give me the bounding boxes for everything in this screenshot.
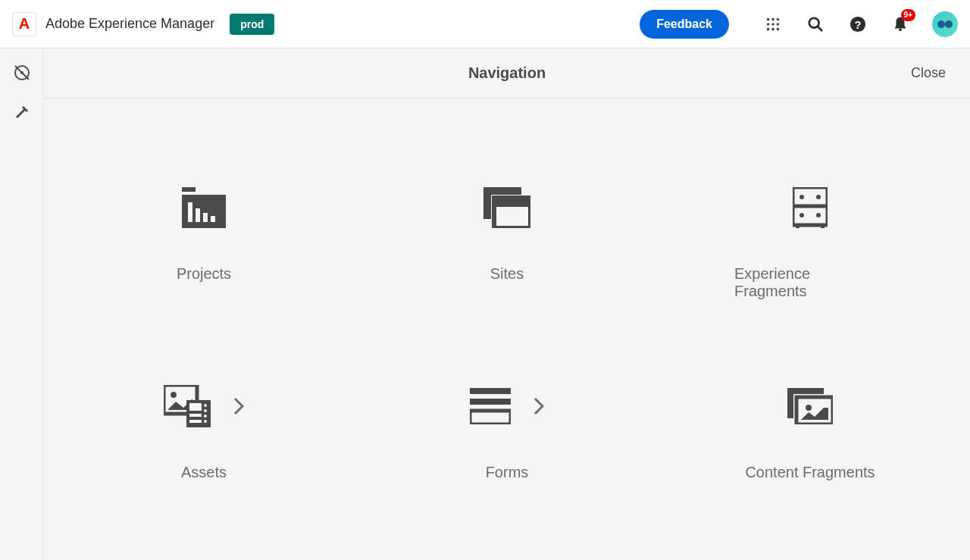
svg-rect-46: [470, 411, 511, 424]
svg-point-42: [204, 415, 207, 418]
notification-badge: 9+: [901, 9, 915, 21]
svg-rect-21: [211, 216, 215, 222]
chevron-right-icon: [534, 397, 544, 415]
svg-point-3: [767, 23, 770, 26]
feedback-button[interactable]: Feedback: [640, 10, 729, 39]
apps-grid-icon: [765, 16, 781, 33]
nav-card-projects[interactable]: Projects: [128, 177, 280, 300]
experience-fragments-icon: [793, 177, 828, 238]
nav-card-label: Sites: [490, 265, 524, 283]
svg-point-35: [171, 392, 177, 398]
nav-card-forms[interactable]: Forms: [431, 376, 583, 481]
svg-rect-38: [189, 414, 202, 417]
content-area: Navigation Close Projects: [44, 48, 970, 560]
svg-line-10: [818, 26, 822, 30]
svg-point-28: [799, 195, 804, 199]
apps-switcher-button[interactable]: [756, 8, 790, 41]
svg-rect-25: [494, 198, 530, 207]
svg-point-31: [816, 213, 821, 217]
search-button[interactable]: [799, 8, 832, 41]
svg-point-4: [771, 23, 774, 26]
projects-icon: [182, 177, 226, 238]
navigation-header: Navigation Close: [44, 48, 970, 99]
app-title: Adobe Experience Manager: [45, 16, 214, 32]
svg-point-13: [899, 28, 902, 31]
svg-point-7: [771, 27, 774, 30]
search-icon: [807, 16, 824, 33]
assets-icon: [164, 376, 244, 436]
svg-point-41: [204, 409, 207, 412]
left-rail: [0, 48, 44, 560]
help-icon: ?: [850, 16, 866, 33]
nav-card-label: Content Fragments: [745, 464, 875, 481]
nav-card-experience-fragments[interactable]: Experience Fragments: [734, 177, 886, 300]
svg-rect-33: [821, 225, 824, 228]
svg-rect-23: [483, 187, 491, 219]
svg-point-43: [204, 420, 207, 423]
svg-rect-44: [470, 388, 511, 394]
nav-card-label: Forms: [486, 464, 529, 481]
svg-point-2: [777, 17, 780, 20]
rail-tools-button[interactable]: [13, 103, 31, 121]
chevron-right-icon: [233, 397, 244, 415]
svg-point-5: [777, 23, 780, 26]
svg-text:?: ?: [855, 18, 862, 30]
adobe-logo[interactable]: A: [12, 12, 36, 36]
svg-point-1: [771, 17, 774, 20]
svg-point-8: [777, 27, 780, 30]
svg-point-40: [204, 404, 207, 407]
svg-rect-39: [189, 420, 202, 423]
nav-card-assets[interactable]: Assets: [128, 376, 280, 481]
svg-rect-45: [470, 399, 511, 405]
rail-navigation-button[interactable]: [13, 64, 31, 82]
svg-rect-48: [787, 388, 824, 394]
sites-icon: [483, 177, 530, 238]
help-button[interactable]: ?: [841, 8, 875, 41]
nav-card-label: Assets: [181, 464, 227, 481]
environment-badge: prod: [230, 14, 274, 35]
svg-point-0: [767, 17, 770, 20]
svg-rect-37: [189, 403, 202, 411]
svg-point-6: [767, 27, 770, 30]
svg-point-30: [799, 213, 804, 217]
app-header: A Adobe Experience Manager prod Feedback…: [0, 0, 970, 48]
compass-icon: [13, 64, 31, 82]
svg-rect-18: [188, 202, 192, 222]
svg-point-16: [20, 71, 23, 74]
svg-rect-32: [796, 225, 799, 228]
svg-point-50: [806, 405, 812, 411]
svg-rect-20: [203, 213, 208, 222]
adobe-logo-icon: A: [19, 15, 30, 33]
navigation-grid: Projects Sites: [44, 99, 970, 560]
nav-card-label: Experience Fragments: [734, 265, 886, 300]
notifications-button[interactable]: 9+: [884, 8, 917, 41]
page-title: Navigation: [468, 64, 546, 82]
svg-rect-19: [196, 208, 200, 222]
user-avatar[interactable]: [932, 11, 958, 37]
nav-card-label: Projects: [177, 265, 231, 283]
svg-point-29: [816, 195, 821, 199]
forms-icon: [470, 376, 544, 436]
nav-card-sites[interactable]: Sites: [431, 177, 583, 300]
close-button[interactable]: Close: [911, 65, 946, 81]
nav-card-content-fragments[interactable]: Content Fragments: [734, 376, 886, 481]
content-fragments-icon: [787, 376, 833, 436]
hammer-icon: [13, 103, 31, 121]
